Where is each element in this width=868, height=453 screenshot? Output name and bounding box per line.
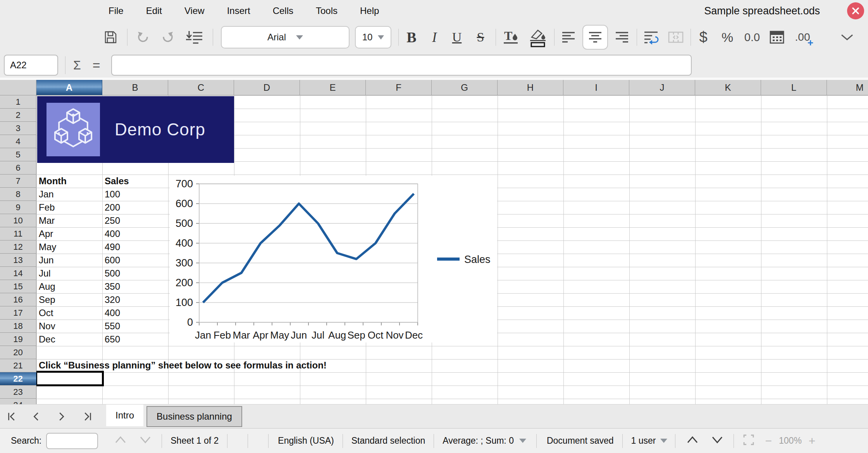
row-header-13[interactable]: 13 <box>0 254 36 267</box>
cell-B10[interactable]: 250 <box>105 214 120 227</box>
tab-intro[interactable]: Intro <box>106 405 143 426</box>
merge-cells-button[interactable] <box>666 26 686 48</box>
menu-item-tools[interactable]: Tools <box>316 5 338 16</box>
column-header-B[interactable]: B <box>102 80 168 95</box>
column-header-J[interactable]: J <box>629 80 695 95</box>
column-header-D[interactable]: D <box>234 80 300 95</box>
menu-item-edit[interactable]: Edit <box>146 5 162 16</box>
users-dropdown-icon[interactable] <box>660 439 667 443</box>
row-header-6[interactable]: 6 <box>0 161 36 175</box>
row-header-22[interactable]: 22 <box>0 372 36 386</box>
sales-chart[interactable]: 0100200300400500600700JanFebMarAprMayJun… <box>170 176 497 342</box>
cell-B8[interactable]: 100 <box>105 188 120 201</box>
toolbar-more-button[interactable] <box>837 26 857 48</box>
percent-format-button[interactable]: % <box>717 26 737 48</box>
column-header-K[interactable]: K <box>695 80 761 95</box>
cell-A16[interactable]: Sep <box>39 293 55 306</box>
cell-A11[interactable]: Apr <box>39 227 53 240</box>
row-header-5[interactable]: 5 <box>0 148 36 161</box>
first-sheet-button[interactable] <box>5 409 19 424</box>
cell-A18[interactable]: Nov <box>39 320 55 333</box>
highlight-color-button[interactable] <box>527 26 549 48</box>
align-right-button[interactable] <box>612 26 632 48</box>
row-header-7[interactable]: 7 <box>0 175 36 188</box>
cell-B9[interactable]: 200 <box>105 201 120 214</box>
cell-B11[interactable]: 400 <box>105 227 120 240</box>
wrap-text-button[interactable] <box>641 26 661 48</box>
date-format-button[interactable] <box>767 26 787 48</box>
row-header-16[interactable]: 16 <box>0 293 36 306</box>
font-name-select[interactable]: Arial <box>221 26 350 48</box>
row-header-4[interactable]: 4 <box>0 135 36 148</box>
row-header-9[interactable]: 9 <box>0 201 36 214</box>
menu-item-help[interactable]: Help <box>360 5 379 16</box>
cell-A13[interactable]: Jun <box>39 254 54 267</box>
search-next-button[interactable] <box>137 433 154 449</box>
column-header-I[interactable]: I <box>563 80 629 95</box>
search-previous-button[interactable] <box>112 433 129 449</box>
cell-B15[interactable]: 350 <box>105 280 120 293</box>
menu-item-cells[interactable]: Cells <box>273 5 293 16</box>
cell-B13[interactable]: 600 <box>105 254 120 267</box>
row-header-17[interactable]: 17 <box>0 306 36 320</box>
cell-A7[interactable]: Month <box>39 175 67 188</box>
column-header-C[interactable]: C <box>168 80 234 95</box>
cell-B19[interactable]: 650 <box>105 333 120 346</box>
row-header-14[interactable]: 14 <box>0 267 36 280</box>
column-header-G[interactable]: G <box>432 80 498 95</box>
zoom-level[interactable]: 100% <box>779 436 802 446</box>
cell-B12[interactable]: 490 <box>105 240 120 254</box>
bold-button[interactable]: B <box>403 26 420 48</box>
cell-grid[interactable]: Demo Corp MonthSalesJan100Feb200Mar250Ap… <box>36 95 868 404</box>
row-header-12[interactable]: 12 <box>0 240 36 254</box>
users-status[interactable]: 1 user <box>631 436 656 446</box>
cell-B7[interactable]: Sales <box>105 175 129 188</box>
scroll-up-button[interactable] <box>684 433 701 449</box>
add-decimal-button[interactable]: .00 + <box>791 26 814 48</box>
cell-A17[interactable]: Oct <box>39 306 53 320</box>
cell-A12[interactable]: May <box>39 240 56 254</box>
cell-A19[interactable]: Dec <box>39 333 55 346</box>
row-header-18[interactable]: 18 <box>0 320 36 333</box>
row-header-3[interactable]: 3 <box>0 122 36 135</box>
column-header-A[interactable]: A <box>36 80 102 95</box>
cell-A8[interactable]: Jan <box>39 188 54 201</box>
cell-A15[interactable]: Aug <box>39 280 55 293</box>
row-header-10[interactable]: 10 <box>0 214 36 227</box>
fit-selection-button[interactable] <box>740 432 757 450</box>
undo-button[interactable] <box>134 26 152 48</box>
formula-input[interactable] <box>111 55 692 76</box>
select-all-corner[interactable] <box>0 80 36 95</box>
column-header-F[interactable]: F <box>366 80 432 95</box>
cell-B18[interactable]: 550 <box>105 320 120 333</box>
column-header-E[interactable]: E <box>300 80 366 95</box>
cell-B14[interactable]: 500 <box>105 267 120 280</box>
row-header-8[interactable]: 8 <box>0 188 36 201</box>
align-center-button[interactable] <box>582 25 608 50</box>
save-button[interactable] <box>102 26 119 48</box>
stats-dropdown-icon[interactable] <box>519 439 526 443</box>
column-header-H[interactable]: H <box>498 80 563 95</box>
cell-A10[interactable]: Mar <box>39 214 55 227</box>
row-header-19[interactable]: 19 <box>0 333 36 346</box>
row-header-11[interactable]: 11 <box>0 227 36 240</box>
underline-button[interactable]: U <box>448 26 465 48</box>
row-header-20[interactable]: 20 <box>0 346 36 359</box>
row-header-23[interactable]: 23 <box>0 386 36 399</box>
previous-sheet-button[interactable] <box>29 409 43 424</box>
row-header-1[interactable]: 1 <box>0 95 36 109</box>
next-sheet-button[interactable] <box>54 409 69 424</box>
row-header-24[interactable]: 24 <box>0 399 36 404</box>
tab-business-planning[interactable]: Business planning <box>146 406 242 427</box>
font-color-button[interactable]: T <box>501 26 521 48</box>
cell-A14[interactable]: Jul <box>39 267 51 280</box>
number-format-button[interactable]: 0.0 <box>741 26 763 48</box>
last-sheet-button[interactable] <box>80 409 95 424</box>
row-header-2[interactable]: 2 <box>0 109 36 122</box>
sum-button[interactable]: Σ <box>73 58 81 73</box>
close-button[interactable] <box>847 2 864 19</box>
scroll-down-button[interactable] <box>709 433 726 449</box>
equals-button[interactable]: = <box>93 58 100 73</box>
redo-button[interactable] <box>159 26 176 48</box>
column-header-L[interactable]: L <box>761 80 827 95</box>
